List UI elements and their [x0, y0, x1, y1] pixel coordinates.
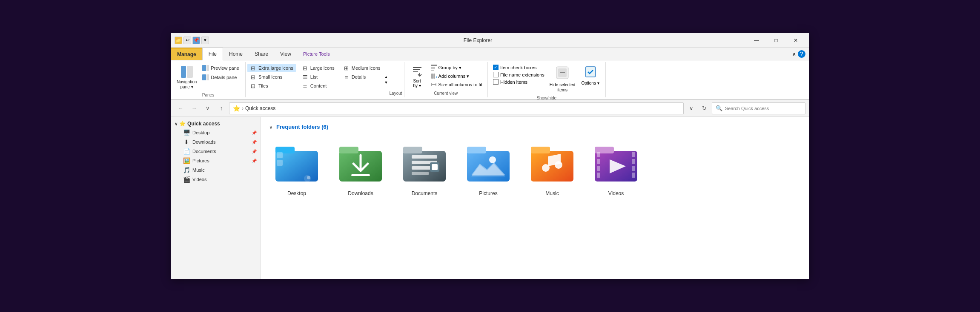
folder-name-videos: Videos [608, 190, 624, 196]
quick-access-header[interactable]: ∨ ⭐ Quick access [171, 119, 260, 128]
preview-pane-icon [202, 65, 209, 71]
pictures-pin-icon: 📌 [252, 159, 257, 163]
svg-rect-50 [597, 152, 600, 157]
svg-rect-14 [431, 74, 433, 79]
current-view-column: Group by ▾ + Add columns ▾ Size all colu… [429, 64, 484, 88]
folder-item-documents[interactable]: Documents [397, 137, 452, 200]
file-name-extensions-checkbox [493, 72, 499, 77]
svg-rect-53 [597, 173, 600, 178]
section-chevron[interactable]: ∨ [269, 124, 273, 130]
svg-rect-11 [431, 67, 435, 68]
sidebar-item-videos[interactable]: 🎬 Videos [171, 175, 260, 184]
layout-medium-icons[interactable]: ⊞ Medium icons [341, 64, 383, 72]
search-icon: 🔍 [716, 105, 722, 111]
maximize-button[interactable]: □ [766, 33, 786, 48]
size-columns-button[interactable]: Size all columns to fit [429, 81, 484, 88]
layout-down-arrow[interactable]: ▼ [383, 80, 390, 85]
layout-content[interactable]: ≣ Content [299, 82, 337, 90]
folder-icon-downloads [337, 140, 384, 187]
file-name-extensions-option[interactable]: File name extensions [491, 71, 546, 78]
svg-rect-10 [431, 65, 437, 66]
sidebar-item-documents[interactable]: 📄 Documents 📌 [171, 147, 260, 156]
documents-icon: 📄 [183, 148, 190, 155]
ribbon-collapse-icon[interactable]: ∧ [792, 51, 796, 57]
layout-up-arrow[interactable]: ▲ [383, 74, 390, 80]
ribbon-help-icon[interactable]: ? [798, 50, 805, 58]
tab-picture-tools[interactable]: Picture Tools [297, 48, 336, 60]
sidebar-item-downloads[interactable]: ⬇ Downloads 📌 [171, 137, 260, 147]
frequent-folders-header: ∨ Frequent folders (6) [269, 124, 800, 130]
layout-tiles[interactable]: ⊡ Tiles [247, 82, 296, 90]
dropdown-icon[interactable]: ▾ [201, 37, 209, 44]
minimize-button[interactable]: — [747, 33, 766, 48]
back-button[interactable]: ← [175, 102, 186, 114]
svg-rect-33 [403, 147, 422, 153]
sort-by-label: Sortby ▾ [413, 79, 421, 88]
folder-item-music[interactable]: Music [524, 137, 580, 200]
music-icon: 🎵 [183, 167, 190, 173]
svg-rect-51 [597, 159, 600, 164]
hidden-items-label: Hidden items [500, 79, 527, 85]
sidebar-item-downloads-label: Downloads [192, 139, 215, 145]
options-button[interactable]: Options ▾ [579, 64, 602, 87]
show-hide-checkboxes: ✓ Item check boxes File name extensions … [491, 64, 546, 85]
folder-icon: 📁 [175, 37, 182, 44]
undo-icon[interactable]: ↩ [183, 37, 191, 44]
hidden-items-option[interactable]: Hidden items [491, 78, 546, 85]
details-pane-icon [202, 74, 209, 81]
up-button[interactable]: ↑ [215, 102, 227, 114]
sort-by-button[interactable]: Sortby ▾ [408, 64, 427, 89]
tab-view[interactable]: View [274, 48, 297, 60]
sidebar-item-music[interactable]: 🎵 Music [171, 165, 260, 175]
layout-details[interactable]: ≡ Details [341, 73, 383, 81]
path-star-icon: ⭐ [233, 105, 240, 112]
svg-rect-0 [181, 66, 186, 78]
address-bar: ← → ∨ ↑ ⭐ › Quick access ∨ ↻ 🔍 [171, 100, 809, 117]
title-bar: 📁 ↩ 📌 ▾ File Explorer — □ ✕ [171, 33, 809, 48]
item-check-boxes-option[interactable]: ✓ Item check boxes [491, 64, 546, 71]
layout-large-icons[interactable]: ⊞ Large icons [299, 64, 337, 72]
tab-file[interactable]: File [202, 48, 223, 60]
hide-selected-icon [555, 65, 570, 82]
folder-item-downloads[interactable]: Downloads [333, 137, 388, 200]
layout-list[interactable]: ☰ List [299, 73, 337, 81]
pin-icon[interactable]: 📌 [192, 37, 200, 44]
current-view-content: Sortby ▾ Group by ▾ + Add columns ▾ [408, 64, 484, 89]
svg-rect-56 [632, 166, 635, 171]
ribbon-content: Navigationpane ▾ Preview pane [171, 60, 809, 99]
svg-rect-21 [585, 67, 596, 77]
sidebar-item-desktop[interactable]: 🖥️ Desktop 📌 [171, 128, 260, 137]
expand-button[interactable]: ∨ [202, 102, 214, 114]
group-by-button[interactable]: Group by ▾ [429, 64, 484, 71]
tab-manage[interactable]: Manage [171, 48, 202, 60]
folder-item-videos[interactable]: Videos [588, 137, 644, 200]
layout-extra-large-icons[interactable]: ⊞ Extra large icons [247, 64, 296, 72]
search-box[interactable]: 🔍 [712, 102, 805, 114]
quick-access-section: ∨ ⭐ Quick access 🖥️ Desktop 📌 ⬇ Download… [171, 119, 260, 184]
search-input[interactable] [725, 106, 802, 111]
preview-pane-button[interactable]: Preview pane [200, 64, 242, 72]
layout-arrows: ▲ ▼ [383, 64, 390, 96]
navigation-pane-button[interactable]: Navigationpane ▾ [175, 64, 199, 91]
layout-small-icons[interactable]: ⊟ Small icons [247, 73, 296, 81]
forward-button[interactable]: → [188, 102, 200, 114]
close-button[interactable]: ✕ [786, 33, 805, 48]
folder-item-desktop[interactable]: Desktop [269, 137, 324, 200]
tab-share[interactable]: Share [249, 48, 274, 60]
folder-name-documents: Documents [412, 190, 438, 196]
address-path[interactable]: ⭐ › Quick access [229, 102, 684, 114]
refresh-button[interactable]: ↻ [698, 102, 710, 114]
svg-point-27 [307, 176, 310, 179]
sidebar-item-pictures[interactable]: 🖼️ Pictures 📌 [171, 156, 260, 165]
hide-selected-button[interactable]: Hide selecteditems [547, 64, 578, 94]
folder-item-pictures[interactable]: Pictures [461, 137, 516, 200]
details-pane-button[interactable]: Details pane [200, 73, 242, 82]
file-explorer-window: 📁 ↩ 📌 ▾ File Explorer — □ ✕ Manage File … [171, 33, 809, 279]
path-dropdown-button[interactable]: ∨ [685, 102, 697, 114]
tab-home[interactable]: Home [223, 48, 249, 60]
add-columns-button[interactable]: + Add columns ▾ [429, 72, 484, 80]
documents-pin-icon: 📌 [252, 149, 257, 154]
svg-rect-3 [206, 65, 209, 71]
group-by-icon [431, 65, 437, 71]
pictures-icon: 🖼️ [183, 157, 190, 164]
